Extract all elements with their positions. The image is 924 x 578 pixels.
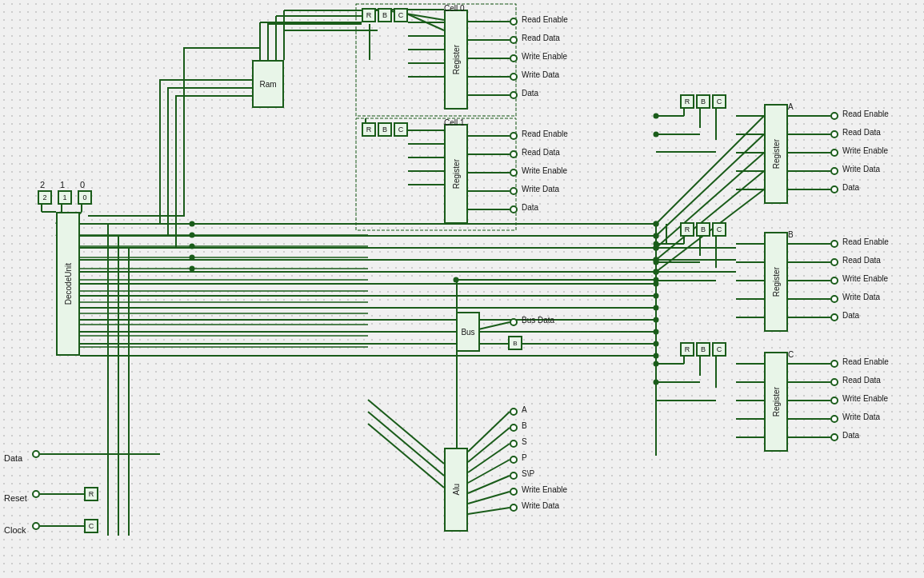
input-2-box: 2 xyxy=(38,190,52,205)
input-0-box: 0 xyxy=(78,190,92,205)
cell0-label: Cell 0 xyxy=(444,4,465,13)
bus-data-label: Bus Data xyxy=(522,316,554,325)
rega-read-enable-port xyxy=(830,112,838,120)
decode-unit-label: DecodeUnit xyxy=(64,263,73,305)
regb-label: B xyxy=(788,230,794,239)
bus-box: Bus xyxy=(456,312,480,352)
regb-register-label: Register xyxy=(772,267,781,297)
alu-a-label: A xyxy=(522,405,527,414)
regb-read-data-label: Read Data xyxy=(842,256,881,265)
alu-s-port xyxy=(510,440,518,448)
input-1-num: 1 xyxy=(60,180,65,189)
regc-register-label: Register xyxy=(772,387,781,417)
rega-write-enable-port xyxy=(830,149,838,157)
cell0-r-box: R xyxy=(362,8,376,22)
reset-r: R xyxy=(89,490,94,498)
regc-read-enable-port xyxy=(830,360,838,368)
input-1-box: 1 xyxy=(58,190,72,205)
cell1-write-enable-port xyxy=(510,169,518,177)
cell0-r: R xyxy=(366,11,372,19)
bus-label: Bus xyxy=(461,328,474,337)
clock-bottom-port xyxy=(32,522,40,530)
alu-p-port xyxy=(510,456,518,464)
rega-data-port xyxy=(830,185,838,193)
cell0-write-enable-label: Write Enable xyxy=(522,52,567,61)
regb-write-data-port xyxy=(830,295,838,303)
cell0-read-data-port xyxy=(510,36,518,44)
cell0-register-label: Register xyxy=(452,45,461,74)
rega-box: Register xyxy=(764,104,788,204)
rega-write-enable-label: Write Enable xyxy=(842,146,888,155)
regb-read-enable-label: Read Enable xyxy=(842,237,889,246)
regc-label: C xyxy=(788,350,794,359)
input-1-label: 1 xyxy=(62,193,66,201)
regb-c-box: C xyxy=(712,222,726,237)
cell0-b: B xyxy=(382,11,387,19)
regc-r: R xyxy=(685,345,690,353)
alu-sp-port xyxy=(510,472,518,480)
rega-read-data-port xyxy=(830,130,838,138)
data-bottom-label: Data xyxy=(4,453,22,463)
reset-r-box: R xyxy=(84,487,98,501)
regc-write-data-label: Write Data xyxy=(842,413,880,421)
regc-data-label: Data xyxy=(842,431,859,440)
rega-c-box: C xyxy=(712,94,726,109)
regb-write-enable-label: Write Enable xyxy=(842,274,888,283)
regb-read-enable-port xyxy=(830,240,838,248)
ram-label: Ram xyxy=(259,80,276,89)
regc-write-enable-label: Write Enable xyxy=(842,394,888,403)
cell0-write-data-label: Write Data xyxy=(522,70,559,79)
cell1-write-data-label: Write Data xyxy=(522,185,559,193)
cell0-read-enable-port xyxy=(510,18,518,26)
rega-c: C xyxy=(717,98,722,106)
regc-b-box: B xyxy=(696,342,710,357)
cell1-register-label: Register xyxy=(452,159,461,189)
cell1-read-enable-port xyxy=(510,132,518,140)
cell1-r: R xyxy=(366,126,372,134)
bus-b: B xyxy=(513,340,517,347)
input-2-num: 2 xyxy=(40,180,45,189)
alu-we-port xyxy=(510,488,518,496)
regb-r: R xyxy=(685,225,690,233)
regc-write-enable-port xyxy=(830,397,838,405)
data-bottom-port xyxy=(32,450,40,458)
cell1-register-box: Register xyxy=(444,124,468,224)
reset-bottom-port xyxy=(32,490,40,498)
alu-b-port xyxy=(510,424,518,432)
regb-write-data-label: Write Data xyxy=(842,293,880,301)
alu-we-label: Write Enable xyxy=(522,485,567,494)
alu-wd-label: Write Data xyxy=(522,501,559,510)
regc-data-port xyxy=(830,433,838,441)
rega-read-data-label: Read Data xyxy=(842,128,881,137)
alu-label: Alu xyxy=(452,484,461,495)
alu-b-label: B xyxy=(522,421,527,430)
alu-wd-port xyxy=(510,504,518,512)
bus-data-port xyxy=(510,318,518,326)
rega-r-box: R xyxy=(680,94,694,109)
cell0-write-enable-port xyxy=(510,54,518,62)
regb-read-data-port xyxy=(830,258,838,266)
reset-bottom-label: Reset xyxy=(4,493,27,503)
cell1-read-data-label: Read Data xyxy=(522,148,560,157)
decode-unit-box: DecodeUnit xyxy=(56,212,80,356)
regb-c: C xyxy=(717,225,722,233)
regc-read-data-label: Read Data xyxy=(842,376,881,385)
alu-a-port xyxy=(510,408,518,416)
regb-b: B xyxy=(701,225,706,233)
bus-b-box: B xyxy=(508,336,522,350)
cell1-r-box: R xyxy=(362,122,376,137)
cell1-c: C xyxy=(398,126,404,134)
cell1-c-box: C xyxy=(394,122,408,137)
cell0-c: C xyxy=(398,11,404,19)
cell0-register-box: Register xyxy=(444,10,468,110)
rega-b: B xyxy=(701,98,706,106)
cell0-c-box: C xyxy=(394,8,408,22)
regb-box: Register xyxy=(764,232,788,332)
cell1-data-port xyxy=(510,205,518,213)
regc-read-data-port xyxy=(830,378,838,386)
rega-write-data-label: Write Data xyxy=(842,165,880,173)
regc-read-enable-label: Read Enable xyxy=(842,357,889,366)
alu-s-label: S xyxy=(522,437,527,446)
clock-c-box: C xyxy=(84,519,98,533)
regc-r-box: R xyxy=(680,342,694,357)
